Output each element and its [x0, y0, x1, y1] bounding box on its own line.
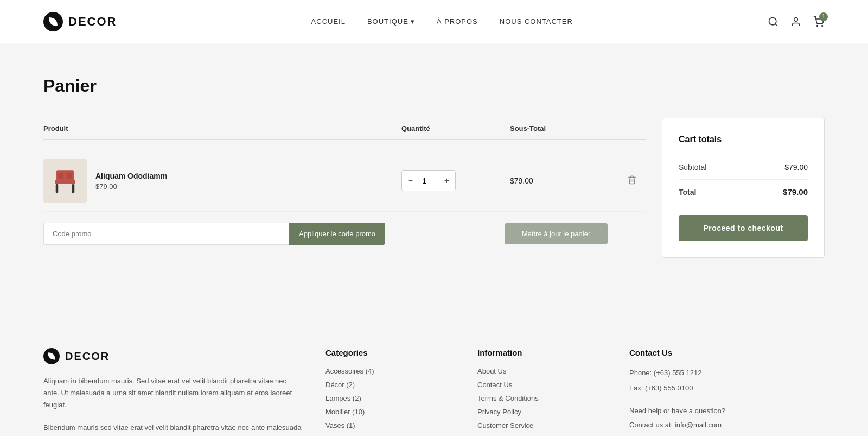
- col-quantity: Quantité: [401, 124, 510, 132]
- footer-category-2[interactable]: Lampes (2): [326, 394, 456, 402]
- cart-table: Produit Quantité Sous-total: [43, 118, 646, 245]
- svg-rect-10: [58, 173, 63, 179]
- chevron-down-icon: ▾: [411, 17, 415, 26]
- line-subtotal: $79.00: [510, 176, 618, 185]
- contact-email[interactable]: Contact us at: info@mail.com: [629, 419, 825, 431]
- contact-phone: Phone: (+63) 555 1212: [629, 367, 825, 379]
- footer-contact: Contact Us Phone: (+63) 555 1212 Fax: (+…: [629, 348, 825, 436]
- product-unit-price: $79.00: [95, 182, 167, 191]
- svg-point-1: [769, 17, 776, 24]
- subtotal-value: $79.00: [784, 163, 808, 172]
- footer-info-1[interactable]: Contact Us: [477, 381, 608, 389]
- footer-logo-icon: [43, 348, 60, 364]
- nav-apropos[interactable]: À PROPOS: [437, 17, 478, 26]
- cart-actions: Appliquer le code promo Mettre à jour le…: [43, 223, 646, 245]
- svg-rect-9: [72, 184, 75, 193]
- logo[interactable]: DECOR: [43, 12, 117, 31]
- logo-icon: [43, 12, 63, 31]
- total-value: $79.00: [783, 187, 808, 197]
- footer-category-4[interactable]: Vases (1): [326, 421, 456, 429]
- footer-info-4[interactable]: Customer Service: [477, 421, 608, 429]
- chair-illustration: [49, 165, 81, 197]
- footer-description: Aliquam in bibendum mauris. Sed vitae er…: [43, 375, 304, 411]
- col-subtotal: Sous-total: [510, 124, 618, 132]
- qty-decrease-button[interactable]: −: [402, 171, 419, 191]
- product-details: Aliquam Ododiamm $79.00: [95, 172, 167, 191]
- main-nav: ACCUEIL BOUTIQUE ▾ À PROPOS NOUS CONTACT…: [311, 17, 573, 26]
- footer-description-extra: Bibendum mauris sed vitae erat vel velit…: [43, 422, 304, 436]
- cart-count: 1: [819, 12, 828, 21]
- footer-info-0[interactable]: About Us: [477, 367, 608, 375]
- search-icon[interactable]: [767, 16, 779, 28]
- cart-totals: Cart totals Subtotal $79.00 Total $79.00…: [662, 118, 825, 258]
- footer-categories: Categories Accessoires (4) Décor (2) Lam…: [326, 348, 456, 436]
- site-header: DECOR ACCUEIL BOUTIQUE ▾ À PROPOS NOUS C…: [0, 0, 868, 43]
- nav-accueil[interactable]: ACCUEIL: [311, 17, 346, 26]
- cart-totals-title: Cart totals: [679, 135, 808, 144]
- contact-title: Contact Us: [629, 348, 825, 357]
- contact-fax: Fax: (+63) 555 0100: [629, 382, 825, 394]
- svg-rect-11: [67, 173, 72, 179]
- qty-increase-button[interactable]: +: [438, 171, 455, 191]
- footer-category-1[interactable]: Décor (2): [326, 381, 456, 389]
- information-title: Information: [477, 348, 608, 357]
- promo-input[interactable]: [43, 223, 289, 245]
- site-footer: DECOR Aliquam in bibendum mauris. Sed vi…: [0, 315, 868, 436]
- promo-section: Appliquer le code promo: [43, 223, 385, 245]
- footer-information: Information About Us Contact Us Terms & …: [477, 348, 608, 436]
- total-label: Total: [679, 188, 696, 197]
- quantity-stepper[interactable]: [419, 171, 438, 191]
- svg-rect-8: [56, 184, 59, 193]
- contact-help: Need help or have a question? Contact us…: [629, 405, 825, 431]
- cart-icon[interactable]: 1: [813, 16, 825, 28]
- header-icons: 1: [767, 16, 825, 28]
- categories-title: Categories: [326, 348, 456, 357]
- product-image: [43, 159, 87, 203]
- nav-boutique[interactable]: BOUTIQUE ▾: [367, 17, 415, 26]
- product-name: Aliquam Ododiamm: [95, 172, 167, 180]
- footer-logo-text: DECOR: [65, 350, 110, 363]
- table-row: Aliquam Ododiamm $79.00 − + $79.00: [43, 150, 646, 212]
- checkout-button[interactable]: Proceed to checkout: [679, 215, 808, 241]
- user-icon[interactable]: [790, 16, 802, 28]
- col-product: Produit: [43, 124, 401, 132]
- apply-promo-button[interactable]: Appliquer le code promo: [289, 223, 385, 245]
- nav-contact[interactable]: NOUS CONTACTER: [500, 17, 573, 26]
- footer-logo: DECOR: [43, 348, 304, 364]
- svg-point-3: [794, 17, 798, 21]
- footer-category-0[interactable]: Accessoires (4): [326, 367, 456, 375]
- update-cart-button[interactable]: Mettre à jour le panier: [505, 223, 608, 244]
- footer-info-3[interactable]: Privacy Policy: [477, 408, 608, 416]
- cart-table-header: Produit Quantité Sous-total: [43, 118, 646, 140]
- cart-container: Produit Quantité Sous-total: [43, 118, 825, 258]
- page-title: Panier: [43, 76, 825, 96]
- subtotal-label: Subtotal: [679, 163, 706, 172]
- svg-point-4: [817, 25, 818, 26]
- subtotal-row: Subtotal $79.00: [679, 155, 808, 180]
- footer-grid: DECOR Aliquam in bibendum mauris. Sed vi…: [43, 348, 825, 436]
- total-row: Total $79.00: [679, 180, 808, 204]
- delete-item-button[interactable]: [618, 175, 646, 187]
- footer-category-3[interactable]: Mobilier (10): [326, 408, 456, 416]
- main-content: Panier Produit Quantité Sous-total: [0, 43, 868, 315]
- footer-brand: DECOR Aliquam in bibendum mauris. Sed vi…: [43, 348, 304, 436]
- svg-line-2: [775, 23, 777, 26]
- footer-info-2[interactable]: Terms & Conditions: [477, 394, 608, 402]
- trash-icon: [627, 175, 637, 185]
- product-info: Aliquam Ododiamm $79.00: [43, 159, 401, 203]
- quantity-control: − +: [401, 170, 510, 191]
- svg-point-5: [822, 25, 823, 26]
- logo-text: DECOR: [68, 15, 117, 29]
